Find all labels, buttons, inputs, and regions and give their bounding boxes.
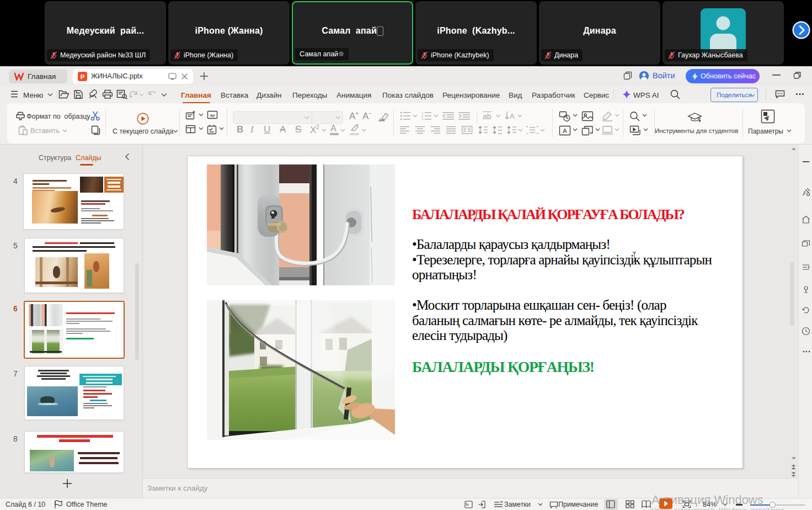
svg-text:3: 3	[421, 118, 424, 121]
svg-text:A: A	[510, 112, 515, 120]
svg-text:P: P	[81, 73, 85, 80]
svg-text:A: A	[563, 128, 567, 134]
